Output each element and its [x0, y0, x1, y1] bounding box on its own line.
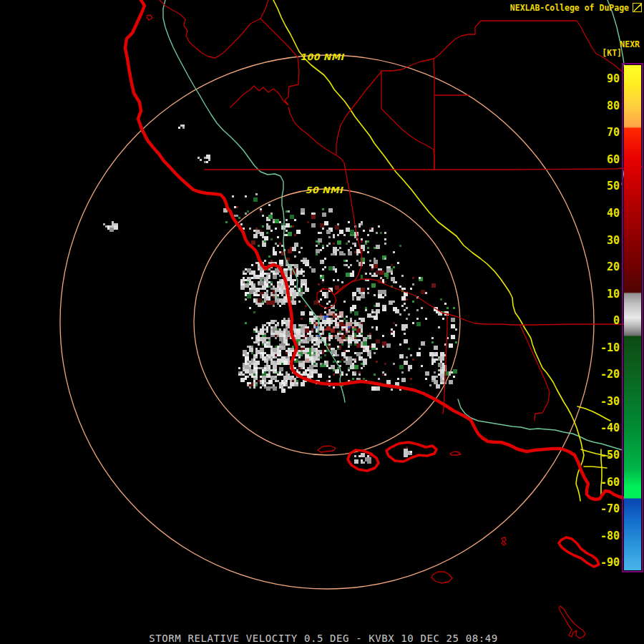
- echo-cell: [384, 258, 386, 260]
- echo-cell: [337, 331, 339, 333]
- echo-cell: [337, 322, 339, 324]
- echo-cell: [245, 367, 247, 369]
- echo-cell: [249, 348, 253, 352]
- echo-cell: [341, 358, 343, 361]
- echo-cell: [307, 367, 309, 369]
- echo-cell: [442, 382, 444, 384]
- echo-cell: [352, 243, 354, 245]
- echo-cell: [303, 374, 305, 376]
- echo-cell: [109, 228, 114, 232]
- echo-cell: [436, 311, 438, 313]
- echo-cell: [290, 281, 294, 286]
- echo-cell: [397, 378, 399, 380]
- echo-cell: [298, 367, 301, 369]
- echo-cell: [266, 358, 268, 361]
- colorbar-tick-label: -40: [600, 421, 620, 434]
- echo-cell: [363, 341, 367, 346]
- echo-cell: [352, 363, 354, 365]
- echo-cell: [281, 374, 283, 376]
- echo-cell: [240, 223, 243, 225]
- echo-cell: [258, 337, 260, 339]
- echo-cell: [337, 249, 339, 251]
- echo-cell: [358, 455, 361, 457]
- echo-cell: [281, 363, 283, 365]
- echo-cell: [337, 318, 339, 320]
- echo-cell: [326, 326, 331, 331]
- echo-cell: [369, 228, 371, 230]
- echo-cell: [410, 354, 412, 356]
- echo-cell: [361, 363, 363, 365]
- echo-cell: [253, 361, 255, 363]
- echo-cell: [311, 348, 316, 352]
- colorbar-tick-label: 90: [607, 72, 620, 85]
- echo-cell: [281, 245, 283, 247]
- echo-cell: [249, 281, 253, 286]
- echo-cell: [343, 318, 346, 320]
- echo-cell: [425, 318, 427, 320]
- echo-cell: [270, 382, 273, 384]
- echo-cell: [318, 283, 320, 286]
- echo-cell: [294, 358, 296, 361]
- echo-cell: [245, 361, 247, 363]
- echo-cell: [298, 273, 301, 275]
- echo-cell: [324, 350, 326, 352]
- echo-cell: [339, 230, 343, 234]
- echo-cell: [273, 253, 275, 255]
- echo-cell: [408, 313, 410, 316]
- echo-cell: [260, 382, 262, 384]
- echo-cell: [281, 361, 283, 363]
- echo-cell: [326, 303, 328, 305]
- echo-cell: [354, 459, 358, 464]
- echo-cell: [320, 356, 322, 358]
- echo-cell: [380, 232, 382, 234]
- echo-cell: [243, 350, 247, 354]
- echo-cell: [365, 361, 367, 363]
- echo-cell: [318, 350, 320, 352]
- island-outline-thin: [559, 606, 585, 638]
- echo-cell: [348, 346, 350, 348]
- echo-cell: [305, 335, 307, 337]
- echo-cell: [303, 337, 305, 339]
- echo-cell: [303, 279, 305, 281]
- echo-cell: [419, 348, 421, 350]
- echo-cell: [361, 322, 363, 324]
- echo-cell: [258, 268, 260, 270]
- echo-cell: [395, 324, 397, 326]
- echo-cell: [262, 376, 266, 380]
- echo-cell: [288, 326, 290, 328]
- echo-cell: [262, 286, 266, 290]
- echo-cell: [374, 316, 378, 320]
- echo-cell: [277, 245, 279, 247]
- echo-cell: [335, 354, 337, 356]
- echo-cell: [270, 230, 273, 232]
- echo-cell: [343, 350, 346, 352]
- echo-cell: [434, 376, 436, 378]
- echo-cell: [288, 249, 292, 253]
- echo-cell: [264, 352, 266, 354]
- echo-cell: [369, 333, 371, 335]
- echo-cell: [298, 301, 301, 303]
- echo-cell: [273, 221, 275, 223]
- echo-cell: [266, 232, 268, 234]
- echo-cell: [281, 303, 283, 305]
- echo-cell: [337, 240, 341, 245]
- echo-cell: [292, 380, 294, 382]
- echo-cell: [331, 320, 333, 322]
- echo-cell: [268, 286, 270, 288]
- echo-cell: [311, 346, 313, 348]
- echo-cell: [320, 223, 324, 228]
- echo-cell: [376, 313, 378, 316]
- county-border-line: [230, 57, 299, 107]
- echo-cell: [337, 279, 339, 281]
- echo-cell: [369, 264, 371, 266]
- echo-cell: [438, 369, 440, 371]
- echo-cell: [410, 288, 412, 290]
- echo-cell: [266, 328, 268, 331]
- echo-cell: [262, 367, 264, 369]
- echo-cell: [386, 277, 389, 279]
- echo-cell: [294, 290, 296, 292]
- echo-cell: [311, 215, 316, 219]
- county-border-line: [381, 71, 434, 170]
- echo-cell: [346, 326, 348, 328]
- echo-cell: [234, 206, 236, 208]
